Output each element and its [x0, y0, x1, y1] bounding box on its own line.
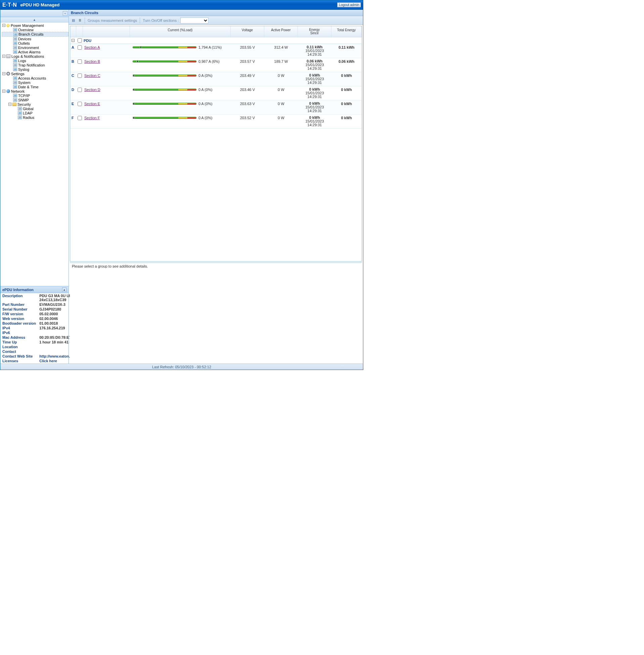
nav-power-management[interactable]: − Power Management: [2, 23, 69, 27]
table-row[interactable]: ASection A1.794 A (11%)203.55 V312.4 W0.…: [70, 44, 362, 58]
col-current[interactable]: Current (%Load): [130, 26, 231, 37]
row-checkbox[interactable]: [77, 73, 82, 78]
page-icon: [13, 85, 17, 89]
row-index: C: [70, 73, 76, 77]
page-icon: [13, 98, 17, 102]
app-header: E·T·N ePDU HD Managed Logout admin: [0, 0, 363, 10]
logout-button[interactable]: Logout admin: [337, 2, 361, 7]
content-area: Branch Circuits ▤ ≣ Groups measurement s…: [69, 10, 363, 364]
page-icon: [13, 46, 17, 49]
nav-date-time[interactable]: Date & Time: [2, 85, 69, 89]
page-title: Branch Circuits: [69, 10, 363, 16]
info-panel-title: ePDU Information ▲: [0, 286, 69, 293]
page-icon: [13, 28, 17, 31]
details-pane: Please select a group to see additional …: [70, 262, 362, 362]
collapse-icon[interactable]: −: [2, 55, 5, 58]
groups-measurement-button[interactable]: Groups measurement settings: [87, 19, 138, 23]
row-checkbox[interactable]: [77, 45, 82, 50]
nav-outlets[interactable]: Outlets: [2, 41, 69, 45]
nav-network[interactable]: − Network: [2, 89, 69, 93]
nav-overview[interactable]: Overview: [2, 27, 69, 32]
total-energy-value: 0 kWh: [331, 116, 362, 120]
table-row[interactable]: DSection D0 A (0%)203.46 V0 W0 kWh15/01/…: [70, 86, 362, 100]
nav-tcpip[interactable]: TCP/IP: [2, 93, 69, 98]
row-index: E: [70, 102, 76, 106]
nav-branch-circuits[interactable]: Branch Circuits: [2, 32, 69, 37]
collapse-icon[interactable]: −: [2, 72, 5, 75]
load-bar: [133, 103, 197, 105]
active-power-value: 0 W: [264, 116, 298, 120]
section-link[interactable]: Section F: [84, 116, 100, 120]
current-value: 0 A (0%): [199, 73, 225, 77]
row-index: F: [70, 116, 76, 120]
nav-access-accounts[interactable]: Access Accounts: [2, 76, 69, 80]
info-collapse-button[interactable]: ▲: [62, 287, 67, 292]
active-power-value: 0 W: [264, 88, 298, 92]
page-icon: [13, 68, 17, 71]
nav-environment[interactable]: Environment: [2, 45, 69, 50]
row-checkbox[interactable]: [77, 102, 82, 106]
table-row[interactable]: ESection E0 A (0%)203.63 V0 W0 kWh15/01/…: [70, 100, 362, 115]
page-icon: [14, 32, 18, 36]
nav-trap-notification[interactable]: Trap Notification: [2, 63, 69, 67]
energy-since-value: 0.11 kWh15/01/202314:29:31: [299, 45, 330, 56]
nav-active-alarms[interactable]: Active Alarms: [2, 50, 69, 54]
licenses-link[interactable]: Click here: [39, 359, 57, 363]
page-icon: [18, 116, 22, 119]
sidebar-collapse-button[interactable]: «: [63, 11, 68, 16]
nav-logs-notifications[interactable]: − Logs & Notifications: [2, 54, 69, 59]
status-bar: Last Refresh: 05/10/2023 - 00:52:12: [0, 364, 363, 370]
col-energy-since[interactable]: EnergySince: [298, 26, 331, 37]
voltage-value: 203.57 V: [231, 60, 264, 64]
grid-group-row[interactable]: − PDU: [70, 37, 362, 44]
row-checkbox[interactable]: [77, 116, 82, 120]
row-index: D: [70, 88, 76, 92]
turn-onoff-select[interactable]: [180, 18, 208, 23]
section-link[interactable]: Section A: [84, 45, 100, 49]
nav-security[interactable]: − Security: [2, 102, 69, 107]
brand-logo: E·T·N: [2, 2, 17, 8]
col-voltage[interactable]: Voltage: [231, 26, 264, 37]
nav-settings[interactable]: − Settings: [2, 71, 69, 76]
voltage-value: 203.49 V: [231, 73, 264, 77]
nav-syslog[interactable]: Syslog: [2, 67, 69, 71]
col-active-power[interactable]: Active Power: [264, 26, 298, 37]
section-link[interactable]: Section D: [84, 88, 100, 92]
collapse-icon[interactable]: −: [8, 103, 12, 106]
col-total-energy[interactable]: Total Energy: [331, 26, 362, 37]
grid-header: Current (%Load) Voltage Active Power Ene…: [70, 26, 362, 37]
row-checkbox[interactable]: [77, 88, 82, 92]
active-power-value: 0 W: [264, 102, 298, 106]
total-energy-value: 0.11 kWh: [331, 45, 362, 49]
view-tiles-button[interactable]: ▤: [70, 18, 76, 23]
group-checkbox[interactable]: [77, 38, 82, 43]
section-link[interactable]: Section C: [84, 73, 100, 77]
section-link[interactable]: Section B: [84, 60, 100, 64]
energy-since-value: 0 kWh15/01/202314:29:31: [299, 102, 330, 113]
collapse-icon[interactable]: −: [2, 24, 5, 27]
table-row[interactable]: BSection B0.987 A (6%)203.57 V189.7 W0.0…: [70, 58, 362, 72]
page-icon: [18, 107, 22, 111]
collapse-icon[interactable]: −: [2, 90, 5, 93]
section-link[interactable]: Section E: [84, 102, 100, 106]
total-energy-value: 0.06 kWh: [331, 60, 362, 64]
collapse-icon[interactable]: −: [71, 39, 74, 42]
nav-global[interactable]: Global: [2, 107, 69, 111]
nav-snmp[interactable]: SNMP: [2, 98, 69, 102]
nav-devices[interactable]: Devices: [2, 37, 69, 41]
nav-radius[interactable]: Radius: [2, 115, 69, 119]
nav-scroll-up[interactable]: ▲: [0, 17, 69, 23]
nav-logs[interactable]: Logs: [2, 59, 69, 63]
row-checkbox[interactable]: [77, 60, 82, 64]
row-index: B: [70, 60, 76, 64]
nav-ldap[interactable]: LDAP: [2, 111, 69, 115]
active-power-value: 312.4 W: [264, 45, 298, 49]
grid: Current (%Load) Voltage Active Power Ene…: [70, 26, 362, 261]
bulb-icon: [6, 24, 10, 27]
current-value: 0.987 A (6%): [199, 60, 225, 64]
table-row[interactable]: CSection C0 A (0%)203.49 V0 W0 kWh15/01/…: [70, 72, 362, 86]
table-row[interactable]: FSection F0 A (0%)203.52 V0 W0 kWh15/01/…: [70, 115, 362, 128]
view-list-button[interactable]: ≣: [77, 18, 83, 23]
sidebar-collapse-bar: «: [0, 10, 69, 17]
nav-system[interactable]: System: [2, 80, 69, 85]
